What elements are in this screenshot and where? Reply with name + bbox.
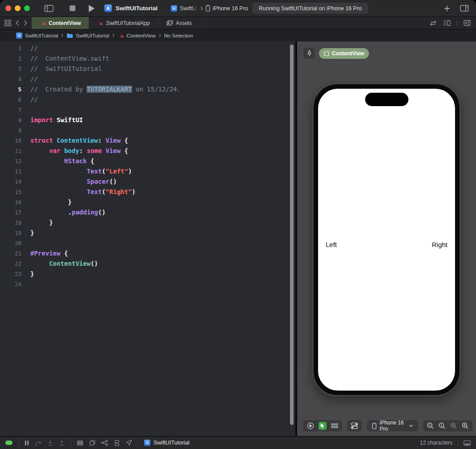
- debug-session-label[interactable]: A SwiftUITutorial: [144, 440, 190, 446]
- code-line[interactable]: 9: [0, 125, 295, 136]
- device-settings-icon: [351, 422, 358, 429]
- swift-file-icon: [40, 20, 46, 26]
- code-line[interactable]: 17 .padding(): [0, 207, 295, 218]
- breadcrumb-selection[interactable]: No Selection: [164, 33, 193, 38]
- tab-swiftuitutorialapp[interactable]: SwiftUITutorialApp: [89, 17, 157, 29]
- minimize-window-button[interactable]: [15, 5, 21, 11]
- code-line[interactable]: 13 Text("Left"): [0, 166, 295, 177]
- device-phone-icon: [206, 5, 210, 12]
- editor-options-icon[interactable]: [443, 20, 451, 26]
- preview-device-selector[interactable]: iPhone 16 Pro: [366, 420, 419, 432]
- code-line[interactable]: 19}: [0, 228, 295, 238]
- preview-target-chip[interactable]: ContentView: [319, 48, 369, 59]
- code-line[interactable]: 15 Text("Right"): [0, 187, 295, 197]
- chevron-separator-icon: [61, 33, 63, 37]
- code-line[interactable]: 10struct ContentView: View {: [0, 136, 295, 146]
- code-line[interactable]: 14 Spacer(): [0, 177, 295, 187]
- swift-file-icon: [118, 33, 124, 39]
- memory-graph-icon[interactable]: [89, 440, 95, 446]
- svg-text:1: 1: [441, 424, 443, 427]
- asset-catalog-icon: [166, 20, 173, 26]
- scheme-app-icon: A: [171, 5, 177, 12]
- chevron-separator-icon: [112, 33, 115, 37]
- pause-execution-icon[interactable]: [25, 440, 29, 446]
- preview-text-right: Right: [432, 241, 447, 248]
- breakpoints-toggle[interactable]: [5, 441, 12, 445]
- code-lines: 1//2// ContentView.swift3// SwiftUITutor…: [0, 43, 295, 289]
- tab-assets[interactable]: Assets: [158, 17, 200, 29]
- code-line[interactable]: 8import SwiftUI: [0, 115, 295, 125]
- editor-scrollbar[interactable]: [290, 45, 294, 425]
- code-line[interactable]: 12 HStack {: [0, 156, 295, 166]
- variants-mode-button[interactable]: [331, 423, 338, 428]
- stop-button[interactable]: [70, 5, 75, 11]
- inspector-sidebar-toggle-icon[interactable]: [460, 5, 469, 12]
- iphone-screen[interactable]: Left Right: [318, 89, 455, 391]
- pin-preview-button[interactable]: [303, 47, 315, 59]
- selectable-mode-button[interactable]: [319, 422, 327, 430]
- network-debug-icon[interactable]: [101, 440, 108, 446]
- step-over-icon[interactable]: [35, 440, 41, 446]
- run-destination[interactable]: iPhone 16 Pro: [213, 5, 248, 12]
- zoom-in-button[interactable]: [462, 422, 469, 429]
- code-line[interactable]: 6//: [0, 95, 295, 105]
- swap-editors-icon[interactable]: [430, 21, 437, 26]
- view-hierarchy-icon[interactable]: [77, 440, 83, 446]
- dynamic-island: [365, 93, 408, 106]
- xcode-window: A SwiftUITutorial A SwiftUI iPhone 16 Pr…: [0, 0, 476, 449]
- debug-bar: A SwiftUITutorial 12 characters: [0, 436, 476, 449]
- live-preview-button[interactable]: [307, 422, 314, 429]
- chevron-separator-icon: [159, 33, 161, 37]
- breadcrumb: A SwiftUITutorial SwiftUITutorial Conten…: [0, 29, 476, 41]
- close-window-button[interactable]: [5, 5, 11, 11]
- code-line[interactable]: 4//: [0, 74, 295, 84]
- window-title-group: A SwiftUITutorial: [104, 4, 157, 12]
- swift-file-icon: [97, 20, 103, 26]
- code-line[interactable]: 22 ContentView(): [0, 259, 295, 269]
- code-line[interactable]: 23}: [0, 269, 295, 279]
- source-editor[interactable]: 1//2// ContentView.swift3// SwiftUITutor…: [0, 41, 295, 436]
- code-line[interactable]: 21#Preview {: [0, 248, 295, 259]
- debug-area-toggle-icon[interactable]: [464, 440, 471, 446]
- add-editor-icon[interactable]: [464, 20, 471, 26]
- zoom-window-button[interactable]: [24, 5, 30, 11]
- editor-tab-bar: ContentView SwiftUITutorialApp Assets: [0, 17, 476, 29]
- step-into-icon[interactable]: [47, 440, 53, 446]
- breadcrumb-file[interactable]: ContentView: [118, 33, 156, 39]
- code-line[interactable]: 7: [0, 105, 295, 115]
- code-line[interactable]: 18 }: [0, 218, 295, 228]
- tab-contentview[interactable]: ContentView: [32, 17, 89, 29]
- xcode-project-icon: A: [144, 440, 150, 446]
- code-line[interactable]: 5// Created by TUTORIALKART on 15/12/24.: [0, 84, 295, 95]
- scheme-selector[interactable]: A SwiftUI iPhone 16 Pro: [171, 5, 248, 12]
- code-line[interactable]: 11 var body: some View {: [0, 146, 295, 156]
- back-chevron-icon[interactable]: [16, 20, 19, 26]
- code-line[interactable]: 3// SwiftUITutorial: [0, 64, 295, 74]
- zoom-100-button[interactable]: 1: [439, 422, 446, 429]
- add-library-icon[interactable]: [444, 5, 450, 12]
- activity-status: Running SwiftUITutorial on iPhone 16 Pro: [252, 3, 368, 14]
- chevron-down-icon: [409, 424, 413, 427]
- environment-overrides-icon[interactable]: [114, 440, 120, 446]
- scheme-name[interactable]: SwiftUI: [180, 5, 198, 12]
- navigator-sidebar-toggle-icon[interactable]: [44, 5, 54, 12]
- pin-icon: [306, 50, 312, 57]
- chevron-right-icon: [200, 6, 203, 11]
- code-line[interactable]: 1//: [0, 43, 295, 54]
- preview-mode-group: [302, 420, 343, 432]
- zoom-to-fit-button[interactable]: [450, 422, 457, 429]
- preview-zoom-group: 1: [422, 420, 473, 432]
- step-out-icon[interactable]: [59, 440, 65, 446]
- breadcrumb-group[interactable]: SwiftUITutorial: [66, 33, 109, 38]
- run-button[interactable]: [89, 5, 95, 12]
- zoom-out-button[interactable]: [427, 422, 434, 429]
- code-line[interactable]: 16 }: [0, 197, 295, 207]
- simulate-location-icon[interactable]: [126, 440, 132, 446]
- code-line[interactable]: 20: [0, 238, 295, 248]
- device-settings-button[interactable]: [346, 420, 363, 432]
- forward-chevron-icon[interactable]: [24, 20, 27, 26]
- related-items-grid-icon[interactable]: [4, 20, 11, 26]
- breadcrumb-project[interactable]: A SwiftUITutorial: [16, 33, 58, 39]
- code-line[interactable]: 2// ContentView.swift: [0, 54, 295, 64]
- code-line[interactable]: 24: [0, 279, 295, 289]
